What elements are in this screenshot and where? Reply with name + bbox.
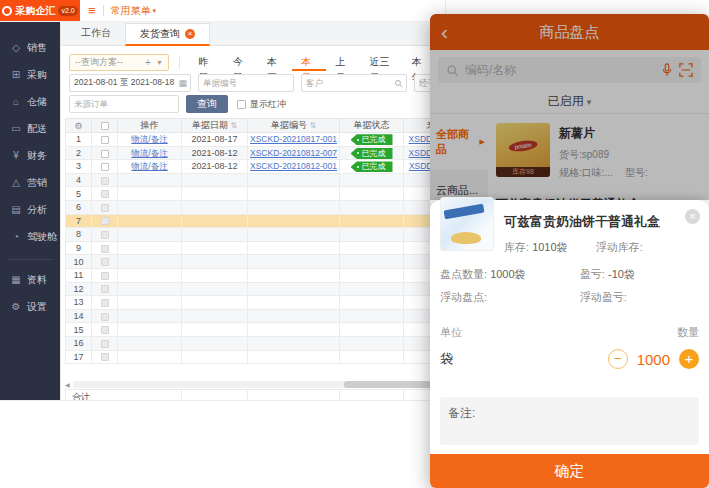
doc-number-link[interactable]: XSCKD-20210817-001 [250,134,337,144]
plus-button[interactable]: + [679,349,699,369]
row-checkbox[interactable] [101,163,109,171]
sort-icon[interactable]: ⇅ [230,121,237,130]
profit-loss-value: -10袋 [608,268,635,280]
column-header[interactable]: 单据日期 ⇅ [182,119,248,133]
scrollbar-track[interactable] [73,381,439,388]
tab-workbench[interactable]: 工作台 [67,22,125,45]
delivery-truck-icon: ▭ [10,123,22,134]
sidebar-item[interactable]: ◔驾驶舱 [0,223,60,250]
doc-number-link[interactable]: XSCKD-20210812-007 [250,148,337,158]
status-badge: 已完成 [351,134,393,145]
quick-date-filter[interactable]: 本周 [258,54,292,71]
row-checkbox [101,231,109,239]
row-checkbox [101,326,109,334]
sidebar-item[interactable]: ▤分析 [0,196,60,223]
scroll-left-icon[interactable]: ◀ [65,382,70,388]
table-row: 6 [66,200,446,214]
modal-backdrop[interactable] [430,14,709,200]
table-row: 7 [66,214,446,228]
materials-icon: ▦ [10,274,22,285]
logo-icon [2,6,12,16]
column-header: 操作 [118,119,182,133]
query-button[interactable]: 查询 [186,95,228,113]
totals-row: 合计 [65,389,445,400]
doc-number-input[interactable] [198,74,294,92]
row-checkbox [101,299,109,307]
unit-value: 袋 [440,350,453,368]
tab-shipping-query[interactable]: 发货查询 × [125,23,210,46]
sidebar-item[interactable]: ▦资料 [0,266,60,293]
doc-number-link[interactable]: XSCKD-20210812-001 [250,161,337,171]
minus-button[interactable]: − [608,349,628,369]
logistics-remark-link[interactable]: 物流/备注 [131,161,167,171]
search-icon [394,79,403,88]
table-row: 11 [66,268,446,282]
sidebar-item[interactable]: ¥财务 [0,142,60,169]
column-header[interactable]: 单据编号 ⇅ [248,119,340,133]
modal-product-image [440,197,494,251]
horizontal-scrollbar[interactable]: ◀ [65,381,439,388]
menu-collapse-icon[interactable]: ≡ [88,4,96,17]
scrollbar-thumb[interactable] [344,381,439,388]
quick-date-filter[interactable]: 昨日 [190,54,224,71]
version-badge: v2.0 [58,6,77,16]
float-count-label: 浮动盘点: [440,290,580,305]
query-plan-select[interactable]: --查询方案-- + ▼ [69,54,169,71]
quick-date-filter[interactable]: 今日 [224,54,258,71]
table-row: 1物流/备注2021-08-17XSCKD-20210817-001已完成XSD… [66,133,446,147]
inventory-count-modal: × 可兹富贵奶油饼干普通礼盒 库存: 1010袋 浮动库存: 盘点数 [430,200,709,488]
confirm-button[interactable]: 确定 [430,454,709,488]
gear-icon[interactable]: ⚙ [74,121,82,131]
row-checkbox[interactable] [101,150,109,158]
sidebar-item[interactable]: ◇销售 [0,34,60,61]
quick-date-filters: 昨日今日本周本月上月近三月本年 [190,54,437,71]
query-plan-value: --查询方案-- [75,56,123,69]
tab-close-icon[interactable]: × [185,29,195,39]
table-row: 10 [66,255,446,269]
table-row: 12 [66,282,446,296]
sidebar-item-label: 分析 [27,203,47,217]
close-icon[interactable]: × [685,209,700,224]
quick-date-filter[interactable]: 上月 [326,54,360,71]
row-checkbox [101,190,109,198]
table-row: 15 [66,323,446,337]
table-header-row: ⚙ 操作单据日期 ⇅单据编号 ⇅单据状态来源订单 [66,119,446,133]
sidebar-item-label: 营销 [27,176,47,190]
sidebar-item[interactable]: ⚙设置 [0,293,60,320]
quick-date-filter[interactable]: 近三月 [361,54,403,71]
show-red-label: 显示红冲 [250,98,286,111]
quantity-value[interactable]: 1000 [637,351,670,368]
settings-gear-icon: ⚙ [10,301,22,312]
sidebar-divider [8,259,52,260]
sidebar-item[interactable]: ▭配送 [0,115,60,142]
analysis-chart-icon: ▤ [10,204,22,215]
table-row: 16 [66,336,446,350]
show-red-checkbox[interactable] [237,100,246,109]
source-order-input[interactable] [69,95,179,113]
row-checkbox[interactable] [101,136,109,144]
sidebar-item[interactable]: △营销 [0,169,60,196]
stock-label: 库存: [504,241,529,253]
tab-bar: 工作台 发货查询 × [61,22,445,46]
common-menu-label: 常用菜单 [111,4,151,18]
quick-date-filter[interactable]: 本月 [292,54,326,71]
sidebar-item-label: 采购 [27,68,47,82]
sales-tag-icon: ◇ [10,42,22,53]
table-row: 13 [66,296,446,310]
remark-input[interactable]: 备注: [440,397,699,445]
logistics-remark-link[interactable]: 物流/备注 [131,134,167,144]
sort-icon[interactable]: ⇅ [309,121,316,130]
table-row: 17 [66,350,446,364]
sidebar-item[interactable]: ⊞采购 [0,61,60,88]
customer-input[interactable] [301,74,407,92]
sidebar-item[interactable]: ⌂仓储 [0,88,60,115]
purchase-cart-icon: ⊞ [10,69,22,80]
add-plan-icon[interactable]: + [145,57,151,68]
date-range-input[interactable] [69,74,191,92]
common-menu-dropdown[interactable]: 常用菜单 ▾ [111,4,157,18]
logistics-remark-link[interactable]: 物流/备注 [131,148,167,158]
select-all-checkbox[interactable] [101,122,109,130]
sidebar-item-label: 驾驶舱 [27,230,57,244]
status-badge: 已完成 [351,148,393,159]
table-row: 2物流/备注2021-08-12XSCKD-20210812-007已完成XSD… [66,146,446,160]
